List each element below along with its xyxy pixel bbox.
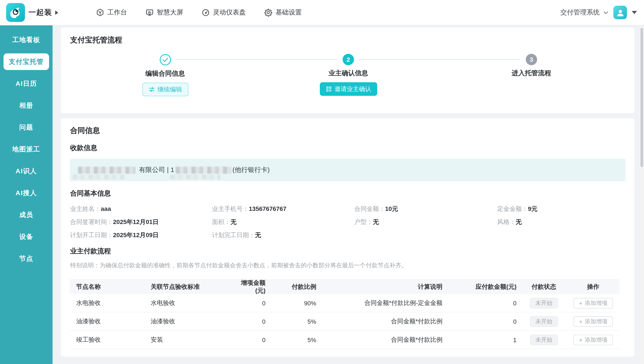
basic-fields-grid: 业主姓名：aaa 业主手机号：13567676767 合同金额：10元 定金金额… <box>70 205 634 239</box>
sidebar-item[interactable]: 设备 <box>4 228 49 245</box>
field-value: 9元 <box>528 205 538 212</box>
field: 合同金额：10元 <box>354 205 497 212</box>
field: 定金金额：9元 <box>497 205 615 212</box>
cell-payment-ratio: 5% <box>269 336 317 343</box>
field: 合同签署时间：2025年12月01日 <box>70 218 212 226</box>
cell-calc-description: 合同金额*付款比例 <box>317 318 444 325</box>
sidebar-item-label: 问题 <box>19 123 33 132</box>
sidebar-item-label: 支付宝托管 <box>9 58 44 66</box>
sidebar-item[interactable]: AI搜人 <box>4 184 49 201</box>
brand-expand-arrow-icon[interactable] <box>55 10 58 15</box>
field-label: 合同签署时间： <box>70 218 113 225</box>
cell-extra-amount: 0 <box>234 318 269 325</box>
dashboard-gauge-icon <box>201 8 210 16</box>
nav-item-label: 工作台 <box>107 8 127 16</box>
plus-icon: + <box>579 337 582 343</box>
sidebar-item[interactable]: 支付宝托管 <box>4 54 49 70</box>
step-owner-confirm: 2 业主确认信息 邀请业主确认 <box>300 54 396 96</box>
field-label: 计划完工日期： <box>212 232 255 238</box>
continue-edit-button[interactable]: 继续编辑 <box>142 83 188 96</box>
payment-table-header: 节点名称 关联节点验收标准 增项金额 (元) 付款比例 计算说明 应付款金额(元… <box>70 279 619 294</box>
field-value: 2025年12月09日 <box>113 232 159 238</box>
cell-payable-amount: 0 <box>444 318 521 325</box>
step-edit-contract: 编辑合同信息 继续编辑 <box>117 54 213 96</box>
masked-account-number <box>175 166 231 174</box>
sidebar: 工地看板 支付宝托管 AI日历 相册 问题 地图派工 AI识人 <box>0 26 53 364</box>
col-calc-description: 计算说明 <box>317 283 444 291</box>
nav-item-workbench[interactable]: 工作台 <box>96 8 127 16</box>
field-label: 面积： <box>212 218 231 225</box>
field: 面积：无 <box>212 218 354 226</box>
gear-icon <box>264 8 273 16</box>
chevron-down-icon <box>603 10 608 15</box>
nav-item-settings[interactable]: 基础设置 <box>264 8 302 16</box>
system-select-label: 交付管理系统 <box>560 8 600 16</box>
field: 计划开工日期：2025年12月09日 <box>70 232 212 239</box>
sidebar-item[interactable]: 问题 <box>4 119 49 136</box>
check-circle-icon <box>117 54 213 66</box>
sidebar-item[interactable]: AI识人 <box>4 163 49 180</box>
sidebar-item-label: 地图派工 <box>12 145 40 153</box>
field-value: 无 <box>231 218 237 225</box>
sidebar-item-label: 成员 <box>19 211 33 219</box>
cell-acceptance-standard: 水电验收 <box>151 299 234 307</box>
app-logo-icon <box>6 3 25 22</box>
cell-node-name: 竣工验收 <box>70 336 151 344</box>
sidebar-item-label: 相册 <box>19 101 33 110</box>
sidebar-item[interactable]: 地图派工 <box>4 141 49 158</box>
basic-section-title: 合同基本信息 <box>70 189 634 198</box>
sidebar-item[interactable]: AI日历 <box>4 75 49 92</box>
sidebar-item[interactable]: 工地看板 <box>4 32 49 48</box>
status-button[interactable]: 未开始 <box>530 298 558 308</box>
field: 业主手机号：13567676767 <box>212 205 354 212</box>
nav-item-big-screen[interactable]: 智慧大屏 <box>145 8 183 16</box>
cell-payable-amount: 0 <box>444 300 521 306</box>
field: 风格：无 <box>497 218 615 226</box>
status-button[interactable]: 未开始 <box>530 316 558 326</box>
col-actions: 操作 <box>567 283 619 291</box>
invite-owner-confirm-button[interactable]: 邀请业主确认 <box>320 82 377 96</box>
add-extra-item-button[interactable]: +添加增项 <box>574 298 613 308</box>
cell-calc-description: 合同金额*付款比例-定金金额 <box>317 299 444 307</box>
sidebar-item[interactable]: 成员 <box>4 206 49 223</box>
payment-table-body: 水电验收 水电验收 0 90% 合同金额*付款比例-定金金额 0 未开始 +添加… <box>70 294 619 349</box>
payee-visible-text: 有限公司 | 1 <box>139 166 174 174</box>
table-row: 水电验收 水电验收 0 90% 合同金额*付款比例-定金金额 0 未开始 +添加… <box>70 294 619 312</box>
cell-extra-amount: 0 <box>234 336 269 343</box>
sidebar-item-label: 工地看板 <box>12 36 40 44</box>
col-acceptance-standard: 关联节点验收标准 <box>151 283 234 291</box>
sidebar-item-label: 设备 <box>19 232 33 241</box>
field-value: 13567676767 <box>249 205 286 212</box>
step-number-badge: 3 <box>526 54 537 65</box>
system-select-dropdown[interactable]: 交付管理系统 <box>560 8 608 16</box>
sidebar-item[interactable]: 节点 <box>4 250 49 267</box>
col-payment-status: 付款状态 <box>521 283 567 291</box>
cell-extra-amount: 0 <box>234 300 269 306</box>
col-payable-amount: 应付款金额(元) <box>444 283 521 291</box>
nav-item-dashboard[interactable]: 灵动仪表盘 <box>201 8 246 16</box>
cell-node-name: 油漆验收 <box>70 318 151 325</box>
cell-node-name: 水电验收 <box>70 299 151 307</box>
step-label: 编辑合同信息 <box>117 70 213 78</box>
field-value: 无 <box>255 232 261 238</box>
sidebar-item[interactable]: 相册 <box>4 97 49 114</box>
field-value: aaa <box>101 205 111 212</box>
col-payment-ratio: 付款比例 <box>269 283 317 291</box>
cell-payment-ratio: 5% <box>269 318 317 325</box>
cell-payable-amount: 1 <box>444 336 521 343</box>
workbench-icon <box>96 8 104 16</box>
add-extra-item-button[interactable]: +添加增项 <box>574 316 613 326</box>
payee-bank-note: (他行银行卡) <box>233 166 270 174</box>
scrollbar-thumb[interactable] <box>640 28 643 167</box>
user-avatar[interactable] <box>613 6 627 19</box>
field-label: 业主姓名： <box>70 205 101 212</box>
nav-item-label: 灵动仪表盘 <box>213 8 246 16</box>
avatar-menu-caret-icon[interactable] <box>632 11 637 14</box>
button-label: 添加增项 <box>585 299 607 307</box>
brand[interactable]: 一起装 <box>6 3 58 22</box>
add-extra-item-button[interactable]: +添加增项 <box>574 334 613 345</box>
payment-table: 节点名称 关联节点验收标准 增项金额 (元) 付款比例 计算说明 应付款金额(元… <box>70 279 619 349</box>
app-viewport: 一起装 工作台 智慧大屏 <box>0 0 644 364</box>
table-row: 竣工验收 安装 0 5% 合同金额*付款比例 1 未开始 +添加增项 <box>70 331 619 349</box>
status-button[interactable]: 未开始 <box>530 334 558 345</box>
